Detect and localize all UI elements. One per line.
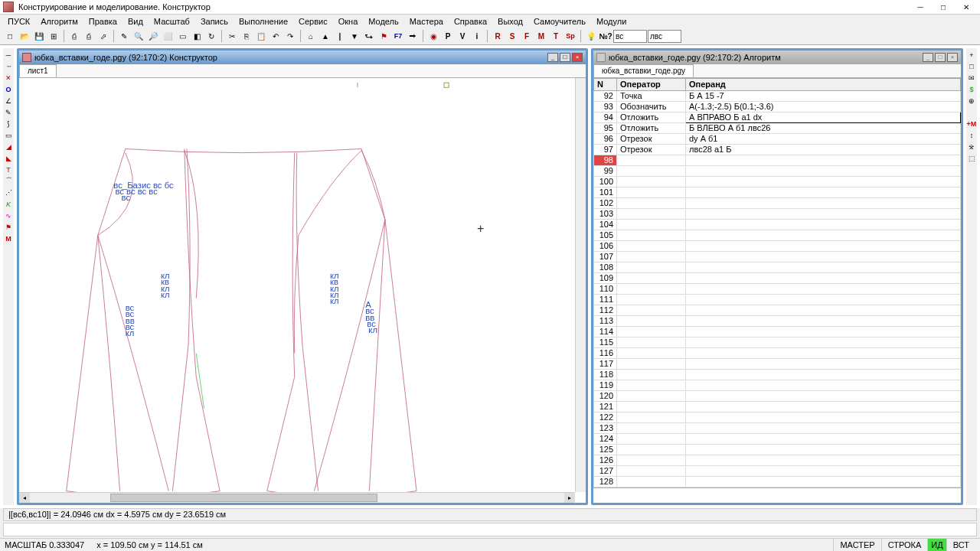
menu-алгоритм[interactable]: Алгоритм [36, 15, 83, 28]
lt-x-icon[interactable]: ✕ [3, 73, 14, 83]
table-row[interactable]: 111 [594, 294, 961, 305]
f7-button[interactable]: F7 [391, 29, 405, 43]
copy-icon[interactable]: ⎘ [240, 29, 253, 43]
input-vs[interactable] [613, 30, 647, 43]
menu-пуск[interactable]: ПУСК [3, 15, 34, 28]
grid-input-bar[interactable] [593, 487, 961, 503]
s-button[interactable]: S [505, 29, 519, 43]
col-arg-header[interactable]: Операнд [686, 78, 961, 90]
cut-icon[interactable]: ✂ [225, 29, 239, 43]
table-row[interactable]: 112 [594, 305, 961, 315]
table-row[interactable]: 113 [594, 315, 961, 326]
region-icon[interactable]: ◧ [190, 29, 204, 43]
print-icon[interactable]: ⎙ [67, 29, 81, 43]
pointer-icon[interactable]: ⬀ [96, 29, 110, 43]
menu-сервис[interactable]: Сервис [294, 15, 332, 28]
zoom-in-icon[interactable]: 🔍 [132, 29, 145, 43]
scroll-left-icon[interactable]: ◂ [19, 493, 30, 503]
table-row[interactable]: 120 [594, 390, 961, 401]
end-icon[interactable]: ⮑ [362, 29, 376, 43]
p-button[interactable]: P [441, 29, 455, 43]
r-button[interactable]: R [491, 29, 505, 43]
menu-самоучитель[interactable]: Самоучитель [529, 15, 590, 28]
table-row[interactable]: 101 [594, 187, 961, 197]
table-row[interactable]: 127 [594, 465, 961, 476]
table-row[interactable]: 92ТочкаБ А 15 -7 [594, 90, 961, 101]
rt-rot-icon[interactable]: ※ [966, 142, 977, 152]
panel-min-button[interactable]: _ [923, 53, 933, 62]
table-row[interactable]: 106 [594, 240, 961, 251]
rt-m-icon[interactable]: +M [966, 119, 977, 129]
fit-icon[interactable]: ⬜ [161, 29, 175, 43]
flag-icon[interactable]: ⚑ [377, 29, 390, 43]
table-row[interactable]: 118 [594, 369, 961, 380]
panel-close-button[interactable]: × [572, 53, 583, 62]
saveall-icon[interactable]: ⊞ [47, 29, 60, 43]
menu-правка[interactable]: Правка [84, 15, 122, 28]
t-button[interactable]: T [549, 29, 563, 43]
help-icon[interactable]: №? [599, 29, 612, 43]
horizontal-scrollbar[interactable]: ◂ ▸ [19, 492, 575, 503]
lt-m-icon[interactable]: М [3, 233, 14, 244]
home-icon[interactable]: ⌂ [304, 29, 318, 43]
algorithm-tab[interactable]: юбка_вставки_годе.pgy [593, 64, 694, 77]
print2-icon[interactable]: ⎙ [82, 29, 96, 43]
scroll-right-icon[interactable]: ▸ [564, 493, 575, 503]
sp-button[interactable]: Sp [564, 29, 577, 43]
menu-выполнение[interactable]: Выполнение [234, 15, 292, 28]
menu-масштаб[interactable]: Масштаб [149, 15, 194, 28]
col-n-header[interactable]: N [594, 78, 617, 90]
algorithm-grid[interactable]: N Оператор Операнд 92ТочкаБ А 15 -793Обо… [593, 78, 961, 487]
command-input[interactable] [3, 523, 977, 536]
input-lvs[interactable] [648, 30, 681, 43]
rt-mail-icon[interactable]: ✉ [966, 73, 977, 83]
table-row[interactable]: 125 [594, 444, 961, 455]
open-icon[interactable]: 📂 [18, 29, 31, 43]
lt-sp-icon[interactable]: ⋰ [3, 187, 14, 198]
menu-модель[interactable]: Модель [364, 15, 403, 28]
lt-line-icon[interactable]: ─ [3, 50, 14, 60]
table-row[interactable]: 95ОтложитьБ ВЛЕВО А б1 лвс26 [594, 122, 961, 133]
table-row[interactable]: 117 [594, 358, 961, 369]
new-icon[interactable]: □ [3, 29, 17, 43]
save-icon[interactable]: 💾 [32, 29, 46, 43]
lt-dim-icon[interactable]: ◢ [3, 142, 14, 152]
table-row[interactable]: 123 [594, 422, 961, 433]
window-icon[interactable]: ▭ [175, 29, 189, 43]
menu-вид[interactable]: Вид [123, 15, 148, 28]
drawing-canvas[interactable]: вс_Базис вс бс вс вс вс вс вс клквклкл в… [19, 78, 586, 503]
step-icon[interactable]: | [333, 29, 347, 43]
lt-flag-icon[interactable]: ⚑ [3, 222, 14, 233]
table-row[interactable]: 102 [594, 197, 961, 208]
lt-k-icon[interactable]: K [3, 199, 14, 210]
table-row[interactable]: 104 [594, 219, 961, 230]
rt-box-icon[interactable]: □ [966, 61, 977, 72]
v-button[interactable]: V [456, 29, 469, 43]
lt-wave-icon[interactable]: ∿ [3, 210, 14, 221]
pencil-icon[interactable]: ✎ [117, 29, 131, 43]
i-button[interactable]: i [470, 29, 484, 43]
panel-close-button[interactable]: × [947, 53, 958, 62]
zoom-out-icon[interactable]: 🔎 [146, 29, 160, 43]
table-row[interactable]: 100 [594, 176, 961, 187]
rt-mv-icon[interactable]: ↕ [966, 130, 977, 141]
lt-curve-icon[interactable]: ⟆ [3, 119, 14, 129]
table-row[interactable]: 116 [594, 347, 961, 358]
menu-мастера[interactable]: Мастера [405, 15, 448, 28]
close-button[interactable]: ✕ [956, 1, 977, 13]
lt-pen-icon[interactable]: ✎ [3, 107, 14, 118]
vertical-scrollbar[interactable] [575, 78, 586, 492]
lt-dash-icon[interactable]: ┄ [3, 61, 14, 72]
maximize-button[interactable]: □ [933, 1, 954, 13]
rt-space-icon[interactable] [966, 107, 977, 118]
panel-max-button[interactable]: □ [935, 53, 946, 62]
table-row[interactable]: 115 [594, 337, 961, 347]
col-op-header[interactable]: Оператор [617, 78, 686, 90]
lt-o-icon[interactable]: O [3, 84, 14, 95]
table-row[interactable]: 93ОбозначитьА(-1.3;-2.5) Б(0.1;-3.6) [594, 101, 961, 112]
table-row[interactable]: 114 [594, 326, 961, 337]
table-row[interactable]: 94ОтложитьА ВПРАВО Б а1 dx [594, 112, 961, 122]
table-row[interactable]: 103 [594, 208, 961, 219]
undo-icon[interactable]: ↶ [269, 29, 283, 43]
table-row[interactable]: 119 [594, 380, 961, 390]
